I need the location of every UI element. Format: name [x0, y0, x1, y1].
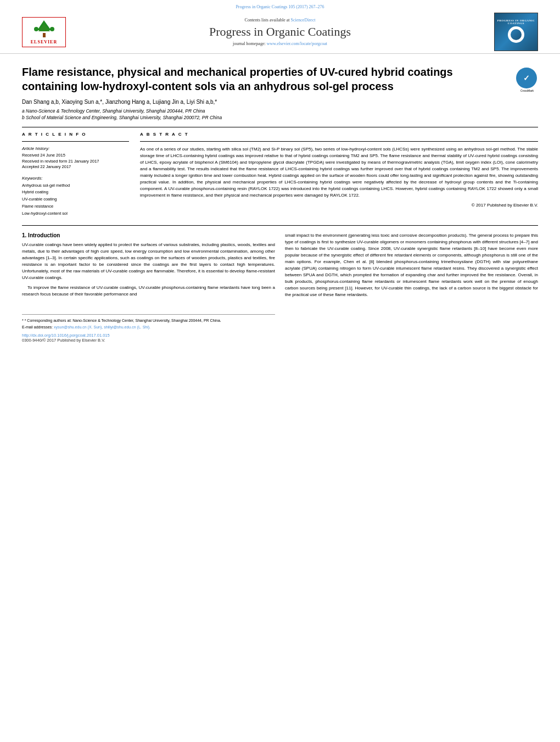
keywords-label: Keywords:	[22, 176, 129, 181]
journal-title: Progress in Organic Coatings	[77, 25, 483, 39]
svg-point-4	[50, 27, 54, 31]
keyword-5: Low-hydroxyl-content sol	[22, 210, 129, 217]
page: Progress in Organic Coatings 105 (2017) …	[0, 0, 560, 742]
email-addresses: xysun@shu.edu.cn (X. Sun), shiliyi@shu.e…	[54, 325, 150, 329]
divider-info	[22, 141, 129, 142]
journal-center: Contents lists available at ScienceDirec…	[66, 18, 494, 46]
article-title: Flame resistance, physical and mechanica…	[22, 65, 516, 93]
article-info-abstract: A R T I C L E I N F O Article history: R…	[22, 132, 538, 217]
footnote-text: * * Corresponding authors at: Nano-Scien…	[22, 318, 275, 323]
body-left-col: 1. Introduction UV-curable coatings have…	[22, 232, 275, 343]
cover-circle-inner	[511, 29, 522, 40]
crossmark-badge[interactable]: ✓ CrossMark	[516, 68, 538, 90]
main-divider	[22, 225, 538, 226]
contents-text: Contents lists available at	[245, 18, 290, 23]
keyword-1: Anhydrous sol-gel method	[22, 182, 129, 189]
homepage-url[interactable]: www.elsevier.com/locate/porgcoat	[267, 41, 327, 46]
homepage-label: journal homepage:	[233, 41, 266, 46]
sciencedirect-line: Contents lists available at ScienceDirec…	[77, 18, 483, 23]
accepted-line: Accepted 22 January 2017	[22, 164, 129, 170]
keyword-4: Flame resistance	[22, 203, 129, 210]
copyright-line: © 2017 Published by Elsevier B.V.	[140, 202, 538, 209]
cover-title: PROGRESS IN ORGANIC COATINGS	[497, 19, 535, 25]
authors: Dan Shang a,b, Xiaoying Sun a,*, Jianzho…	[22, 99, 538, 105]
intro-para-2: To improve the flame resistance of UV-cu…	[22, 284, 275, 298]
article-info-label: A R T I C L E I N F O	[22, 132, 129, 137]
abstract-paragraph: As one of a series of our studies, start…	[140, 146, 538, 199]
keyword-list: Anhydrous sol-gel method Hybrid coating …	[22, 182, 129, 217]
crossmark-icon: ✓	[516, 68, 537, 88]
article-content: Flame resistance, physical and mechanica…	[0, 54, 560, 351]
keyword-3: UV-curable coating	[22, 196, 129, 203]
right-body-text: small impact to the environment (generat…	[285, 232, 538, 298]
sciencedirect-link[interactable]: ScienceDirect	[291, 18, 316, 23]
revised-line: Received in revised form 21 January 2017	[22, 159, 129, 165]
intro-heading: 1. Introduction	[22, 232, 275, 238]
crossmark-label: CrossMark	[516, 89, 538, 92]
affiliations: a Nano-Science & Technology Center, Shan…	[22, 108, 538, 120]
intro-para-1: UV-curable coatings have been widely app…	[22, 242, 275, 281]
keyword-2: Hybrid coating	[22, 189, 129, 196]
affiliation-a: a Nano-Science & Technology Center, Shan…	[22, 108, 538, 114]
history-group: Article history: Received 24 June 2015 R…	[22, 146, 129, 170]
abstract-text: As one of a series of our studies, start…	[140, 146, 538, 209]
doi-line[interactable]: http://dx.doi.org/10.1016/j.porgcoat.201…	[22, 333, 275, 338]
email-label: E-mail addresses:	[22, 325, 53, 329]
cover-circle	[508, 26, 524, 43]
journal-homepage: journal homepage: www.elsevier.com/locat…	[77, 41, 483, 46]
intro-text: UV-curable coatings have been widely app…	[22, 242, 275, 298]
right-para-1: small impact to the environment (generat…	[285, 232, 538, 298]
issn-line: 0300-9440/© 2017 Published by Elsevier B…	[22, 338, 275, 343]
article-history: Article history: Received 24 June 2015 R…	[22, 146, 129, 170]
divider-1	[22, 127, 538, 127]
right-column-abstract: A B S T R A C T As one of a series of ou…	[140, 132, 538, 217]
journal-header: Progress in Organic Coatings 105 (2017) …	[0, 0, 560, 54]
history-label: Article history:	[22, 146, 129, 151]
journal-cover: PROGRESS IN ORGANIC COATINGS	[494, 13, 538, 51]
svg-point-3	[34, 27, 38, 31]
footnote-section: * * Corresponding authors at: Nano-Scien…	[22, 314, 275, 343]
email-line: E-mail addresses: xysun@shu.edu.cn (X. S…	[22, 325, 275, 330]
affiliation-b: b School of Material Science and Enginee…	[22, 115, 538, 120]
left-column: A R T I C L E I N F O Article history: R…	[22, 132, 129, 217]
received-line: Received 24 June 2015	[22, 153, 129, 159]
abstract-label: A B S T R A C T	[140, 132, 538, 137]
body-right-col: small impact to the environment (generat…	[285, 232, 538, 343]
elsevier-logo: ELSEVIER	[22, 17, 66, 47]
svg-rect-0	[43, 33, 46, 37]
journal-ref: Progress in Organic Coatings 105 (2017) …	[22, 4, 538, 9]
title-section: Flame resistance, physical and mechanica…	[22, 65, 538, 93]
elsevier-tree-icon	[32, 19, 57, 38]
elsevier-text: ELSEVIER	[31, 40, 57, 44]
keywords-section: Keywords: Anhydrous sol-gel method Hybri…	[22, 176, 129, 217]
corresponding-author: * Corresponding authors at: Nano-Science…	[25, 319, 221, 322]
divider-abstract	[140, 141, 538, 142]
body-section: 1. Introduction UV-curable coatings have…	[22, 232, 538, 343]
